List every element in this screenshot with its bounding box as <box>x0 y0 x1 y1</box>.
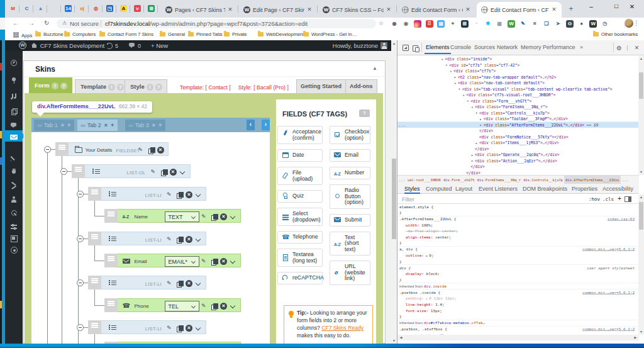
devtools-menu-icon[interactable]: ⋮ <box>623 44 631 52</box>
filter-input[interactable]: Filter <box>402 196 414 203</box>
breadcrumb-item[interactable]: ual-root___3HBOR <box>406 176 442 184</box>
duplicate-icon[interactable] <box>211 303 218 310</box>
rule-source-link[interactable]: common.min.…ver=5.6.1:2 <box>582 289 635 296</box>
address-bar[interactable]: ⚠︎ Not secure cf7skinsdev.local/wp-admin… <box>57 19 376 28</box>
pinned-tab-blue-doc[interactable]: ◳ <box>106 5 113 12</box>
duplicate-icon[interactable] <box>148 147 155 154</box>
duplicate-icon[interactable] <box>211 213 218 220</box>
field-type-select[interactable]: TEXT <box>165 211 199 222</box>
hov-toggle[interactable]: :hov <box>589 196 600 202</box>
bookmark-folder[interactable]: Contact Form 7 Skins <box>99 31 153 40</box>
duplicate-icon[interactable] <box>176 236 183 243</box>
edit-icon[interactable]: ✎ <box>167 325 174 332</box>
drag-handle[interactable] <box>72 164 85 178</box>
tree-collapse-node[interactable] <box>44 146 51 153</box>
dom-line[interactable]: ▼<div class="FormItems___3Nq_r"> <box>397 104 639 110</box>
tree-collapse-node[interactable] <box>77 324 84 331</box>
dom-line[interactable]: </div> <box>397 128 639 134</box>
delete-icon[interactable] <box>220 258 227 265</box>
drag-handle[interactable] <box>88 232 101 245</box>
sidebar-icon-mail-active[interactable] <box>5 130 23 142</box>
drag-handle[interactable] <box>55 142 69 156</box>
css-property[interactable]: outline: ▶ 0; <box>399 252 639 259</box>
css-property[interactable]: font-size: 13px; <box>399 308 639 314</box>
sidebar-icon-users-person[interactable] <box>5 193 23 204</box>
edit-icon[interactable]: ✎ <box>201 258 208 265</box>
admin-bar-howdy[interactable]: Howdy, buzztone <box>333 42 378 49</box>
sidebar-icon-dashboard[interactable] <box>5 56 23 67</box>
delete-icon[interactable] <box>186 325 192 332</box>
rule-selector[interactable]: .AfterFormItems___22UvL { <box>399 216 639 223</box>
styles-tab-properties[interactable]: Properties <box>572 186 597 192</box>
dom-line[interactable]: </div> <box>397 146 639 152</box>
field-button-number[interactable]: A-ZNumber <box>330 167 370 179</box>
tree-row-list-li[interactable]: LIST-LI✎ <box>88 232 207 245</box>
drag-handle[interactable] <box>88 276 101 289</box>
new-tab-button[interactable]: + <box>567 5 575 14</box>
pinned-tab-gmail[interactable]: M <box>9 5 16 12</box>
bookmark-folder[interactable]: Buzztone <box>35 31 64 40</box>
field-button-file-upload-[interactable]: File (upload) <box>277 167 323 185</box>
delete-icon[interactable] <box>157 147 164 154</box>
pinned-tab-drive[interactable]: ▲ <box>37 5 44 12</box>
cf7-tab-style[interactable]: Style!? <box>125 79 167 93</box>
admin-bar-updates[interactable]: 5 <box>106 42 118 50</box>
extension-icon-sheet[interactable]: ▦ <box>496 20 503 28</box>
drag-handle[interactable] <box>104 254 118 267</box>
tab-nav-right[interactable]: › <box>262 120 270 130</box>
browser-menu-icon[interactable]: ⋮ <box>633 20 640 26</box>
page-scrollbar-thumb[interactable] <box>392 159 396 239</box>
cf7-tab-getting-started[interactable]: Getting Started <box>296 79 346 93</box>
computed-sidebar-icon[interactable] <box>625 196 631 202</box>
drag-handle[interactable] <box>104 209 118 223</box>
postbox-toggle-icon[interactable]: ▲ <box>372 65 377 71</box>
rule-selector[interactable]: element.style { <box>399 204 639 210</box>
tree-row-list-li[interactable]: LIST-LI✎ <box>88 320 207 334</box>
dom-line[interactable]: ▼<div id="cf7s" class="cf7-42"> <box>397 62 639 69</box>
pinned-tab-yellow-a[interactable]: A <box>120 5 127 12</box>
back-icon[interactable]: ← <box>13 20 19 26</box>
tree-row-name[interactable]: A-ZNameTEXT✎ <box>104 209 242 223</box>
styles-hscrollbar[interactable]: ◀ ▶ <box>397 335 639 340</box>
cf7-tab-template[interactable]: Template!? <box>75 79 129 93</box>
visual-tab-1[interactable]: <>Tab 1×+ <box>34 120 74 131</box>
delete-icon[interactable] <box>170 169 177 176</box>
tab-close-icon[interactable]: × <box>61 122 64 128</box>
drag-handle[interactable] <box>88 320 101 334</box>
edit-icon[interactable]: ✎ <box>201 303 208 310</box>
collapse-icon[interactable] <box>195 325 202 332</box>
dom-line[interactable]: ▼<div id="tab-visual" class="tab-content… <box>397 86 639 93</box>
bookmark-star-icon[interactable]: ☆ <box>379 20 384 26</box>
breadcrumb-overflow[interactable]: ... <box>397 176 406 184</box>
sidebar-icon-pages[interactable] <box>5 104 23 116</box>
dom-line-selected[interactable]: ...▶<div class="AfterFormItems___22UvL">… <box>397 122 639 128</box>
sidebar-icon-collapse-circle[interactable] <box>5 243 23 254</box>
visual-tab-3[interactable]: <>Tab 3×+ <box>125 120 165 131</box>
styles-tab-layout[interactable]: Layout <box>455 186 472 192</box>
extension-icon-pen-blue[interactable]: ✎ <box>519 20 527 28</box>
tab-add-icon[interactable]: + <box>67 122 70 128</box>
tab[interactable]: WCF7 Skins CSS – Folders & Fil✕ <box>318 2 396 18</box>
field-button-telephone[interactable]: Telephone <box>277 231 323 244</box>
tab-close-icon[interactable]: ✕ <box>550 6 558 13</box>
tab-close-icon[interactable]: ✕ <box>226 6 234 13</box>
tree-collapse-node[interactable] <box>77 191 84 198</box>
styles-tab-event-listeners[interactable]: Event Listeners <box>479 186 518 192</box>
tab[interactable]: WEdit Page ‹ CF7 Skins Team —✕ <box>239 2 317 18</box>
tab[interactable]: Edit Contact Form ‹ CF7 Skins✕ <box>397 2 475 18</box>
tab-close-icon[interactable]: × <box>152 122 155 128</box>
url-text[interactable]: cf7skinsdev.local/wp-admin/admin.php?pag… <box>105 20 308 27</box>
field-button-submit[interactable]: Submit <box>330 214 370 227</box>
css-property[interactable]: -ms-flex-align: center; <box>399 228 639 235</box>
tree-row-phone[interactable]: PhoneTEL✎ <box>104 298 242 312</box>
field-button-radio-button-option-[interactable]: Radio Button (option) <box>330 184 370 209</box>
breadcrumb-item[interactable]: div.Controls__kju7p <box>522 176 564 184</box>
extension-icon-doc-blue[interactable]: ❏ <box>543 20 550 28</box>
extension-icon-mail-blue[interactable]: ▤ <box>437 20 445 28</box>
css-property[interactable]: padding: ▶ 0 12px 12px; <box>399 296 639 302</box>
tab-add-icon[interactable]: + <box>111 122 114 128</box>
dom-line-menu-dots[interactable]: ... <box>399 122 407 128</box>
sidebar-icon-scissors[interactable] <box>5 179 23 190</box>
field-type-select[interactable]: EMAIL* <box>165 256 199 267</box>
collapse-icon[interactable] <box>195 236 202 243</box>
